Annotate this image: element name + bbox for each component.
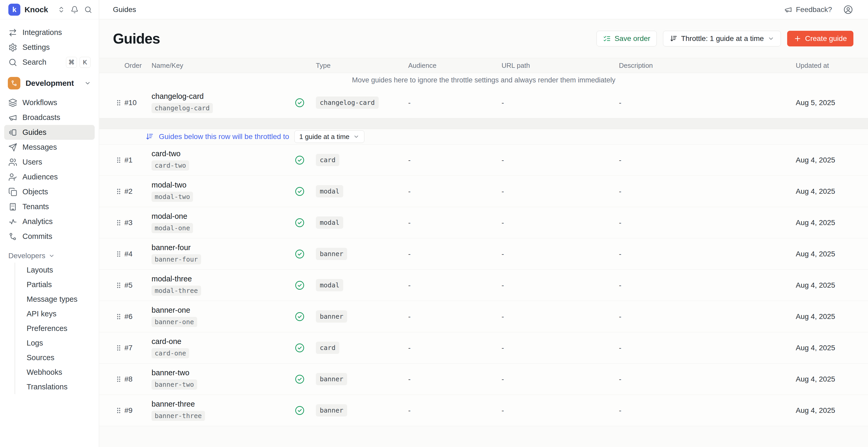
throttle-dropdown-button[interactable]: Throttle: 1 guide at a time	[663, 31, 781, 46]
guide-key-badge: banner-one	[152, 317, 197, 327]
guide-audience: -	[402, 187, 496, 196]
guide-audience: -	[402, 99, 496, 107]
guide-type-badge: banner	[316, 373, 347, 385]
guide-description: -	[613, 406, 788, 415]
guide-name[interactable]: changelog-card	[152, 92, 204, 101]
unthrottled-section: Move guides here to ignore the throttle …	[99, 73, 868, 118]
feedback-button[interactable]: Feedback?	[784, 5, 832, 14]
table-header: Order Name/Key Type Audience URL path De…	[99, 58, 868, 73]
workspace-switcher[interactable]: k Knock	[0, 0, 99, 19]
sidebar-item-sources[interactable]: Sources	[15, 350, 95, 365]
drag-handle-icon[interactable]	[115, 99, 123, 107]
guide-updated-at: Aug 4, 2025	[788, 344, 868, 352]
sidebar-item-tenants[interactable]: Tenants	[4, 199, 95, 214]
drag-handle-icon[interactable]	[115, 344, 123, 352]
sidebar-item-layouts[interactable]: Layouts	[15, 263, 95, 277]
guide-name[interactable]: banner-three	[152, 400, 195, 408]
sidebar-item-logs[interactable]: Logs	[15, 336, 95, 350]
drag-handle-icon[interactable]	[115, 313, 123, 321]
drag-handle-icon[interactable]	[115, 156, 123, 164]
guide-type-badge: modal	[316, 279, 343, 291]
drag-handle-icon[interactable]	[115, 406, 123, 415]
guide-order: #3	[124, 219, 146, 227]
guide-active-check-icon	[294, 311, 310, 322]
guide-name[interactable]: modal-three	[152, 275, 192, 283]
guide-name[interactable]: banner-four	[152, 243, 191, 252]
create-guide-button[interactable]: Create guide	[787, 31, 854, 46]
sidebar-item-preferences[interactable]: Preferences	[15, 321, 95, 336]
guide-name[interactable]: modal-two	[152, 181, 186, 189]
guide-type-badge: banner	[316, 404, 347, 416]
guide-url-path: -	[496, 187, 613, 196]
guide-name[interactable]: card-two	[152, 150, 181, 158]
guide-order: #4	[124, 250, 146, 258]
sidebar-item-audiences[interactable]: Audiences	[4, 169, 95, 184]
throttle-limit-select[interactable]: 1 guide at a time	[294, 130, 364, 143]
environment-name: Development	[26, 79, 74, 88]
sidebar-item-translations[interactable]: Translations	[15, 379, 95, 394]
user-check-icon	[8, 173, 17, 182]
throttle-divider-row: Guides below this row will be throttled …	[99, 129, 868, 145]
column-order: Order	[124, 62, 146, 70]
guide-key-badge: banner-two	[152, 379, 197, 390]
drag-handle-icon[interactable]	[115, 187, 123, 196]
chevrons-up-down-icon[interactable]	[58, 6, 65, 13]
sidebar-item-integrations[interactable]: Integrations	[4, 25, 95, 40]
git-branch-icon	[8, 232, 17, 241]
sidebar-item-analytics[interactable]: Analytics	[4, 214, 95, 229]
list-checks-icon	[603, 35, 611, 42]
guide-updated-at: Aug 5, 2025	[788, 99, 868, 107]
guide-audience: -	[402, 344, 496, 352]
drag-handle-icon[interactable]	[115, 219, 123, 227]
guide-active-check-icon	[294, 155, 310, 165]
save-order-button[interactable]: Save order	[596, 31, 657, 46]
sidebar-item-api-keys[interactable]: API keys	[15, 307, 95, 321]
sidebar-item-messages[interactable]: Messages	[4, 140, 95, 155]
guide-description: -	[613, 156, 788, 164]
sidebar-item-users[interactable]: Users	[4, 155, 95, 169]
sidebar-item-message-types[interactable]: Message types	[15, 292, 95, 307]
guide-url-path: -	[496, 156, 613, 164]
column-url-path: URL path	[496, 62, 613, 70]
guide-row: #6 banner-one banner-one banner - - - Au…	[99, 301, 868, 332]
sidebar-item-partials[interactable]: Partials	[15, 277, 95, 292]
drag-handle-icon[interactable]	[115, 281, 123, 289]
guide-updated-at: Aug 4, 2025	[788, 187, 868, 196]
search-icon[interactable]	[84, 6, 92, 13]
environment-switcher[interactable]: Development	[4, 77, 95, 90]
users-icon	[8, 158, 17, 167]
column-updated-at: Updated at	[788, 62, 868, 70]
guide-name[interactable]: card-one	[152, 337, 181, 346]
guide-description: -	[613, 219, 788, 227]
sidebar-item-objects[interactable]: Objects	[4, 184, 95, 199]
sidebar-item-broadcasts[interactable]: Broadcasts	[4, 110, 95, 125]
developers-section-toggle[interactable]: Developers	[4, 252, 95, 260]
guide-description: -	[613, 313, 788, 321]
guide-order: #9	[124, 406, 146, 415]
sidebar-item-search[interactable]: Search ⌘ K	[4, 55, 95, 70]
guide-active-check-icon	[294, 374, 310, 384]
sidebar-item-workflows[interactable]: Workflows	[4, 95, 95, 110]
guide-name[interactable]: banner-one	[152, 306, 190, 315]
sidebar-item-settings[interactable]: Settings	[4, 40, 95, 55]
guide-updated-at: Aug 4, 2025	[788, 156, 868, 164]
guide-audience: -	[402, 250, 496, 258]
search-icon	[8, 58, 17, 67]
bell-icon[interactable]	[71, 6, 79, 13]
guide-active-check-icon	[294, 343, 310, 353]
guide-row: #8 banner-two banner-two banner - - - Au…	[99, 363, 868, 395]
drag-handle-icon[interactable]	[115, 250, 123, 258]
guide-url-path: -	[496, 375, 613, 383]
guide-order: #8	[124, 375, 146, 383]
sidebar-item-webhooks[interactable]: Webhooks	[15, 365, 95, 379]
knock-logo: k	[8, 4, 20, 15]
user-avatar-icon[interactable]	[843, 5, 853, 14]
guide-order: #2	[124, 187, 146, 196]
guide-name[interactable]: modal-one	[152, 212, 187, 221]
sidebar-item-commits[interactable]: Commits	[4, 229, 95, 244]
breadcrumb: Guides	[113, 5, 136, 14]
guide-order: #5	[124, 281, 146, 289]
drag-handle-icon[interactable]	[115, 375, 123, 383]
sidebar-item-guides[interactable]: Guides	[4, 125, 95, 140]
guide-name[interactable]: banner-two	[152, 369, 189, 377]
